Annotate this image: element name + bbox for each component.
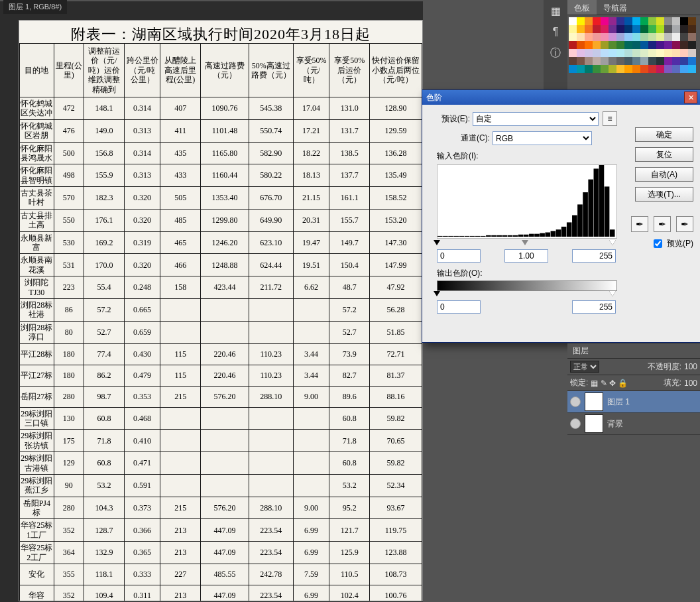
swatch[interactable]	[656, 41, 664, 49]
swatch[interactable]	[624, 33, 632, 41]
preset-select[interactable]: 自定	[473, 112, 599, 126]
swatch[interactable]	[632, 17, 640, 25]
swatch[interactable]	[577, 41, 585, 49]
swatch[interactable]	[688, 65, 696, 73]
swatch[interactable]	[601, 65, 609, 73]
swatch[interactable]	[680, 25, 688, 33]
swatch[interactable]	[616, 65, 624, 73]
swatch[interactable]	[601, 33, 609, 41]
swatch[interactable]	[624, 65, 632, 73]
preset-menu-icon[interactable]: ≡	[603, 111, 617, 126]
swatch[interactable]	[609, 25, 616, 33]
swatch[interactable]	[688, 57, 696, 65]
swatch[interactable]	[664, 41, 672, 49]
swatch[interactable]	[585, 17, 593, 25]
swatch[interactable]	[585, 25, 593, 33]
swatch[interactable]	[648, 33, 656, 41]
swatch[interactable]	[624, 57, 632, 65]
swatch[interactable]	[640, 25, 648, 33]
swatch[interactable]	[656, 49, 664, 57]
dialog-titlebar[interactable]: 色阶 ✕	[422, 90, 700, 105]
swatch[interactable]	[601, 17, 609, 25]
swatch[interactable]	[585, 33, 593, 41]
visibility-icon[interactable]	[570, 396, 581, 407]
swatch[interactable]	[577, 17, 585, 25]
swatch[interactable]	[664, 33, 672, 41]
swatch[interactable]	[585, 49, 593, 57]
eyedropper-black-icon[interactable]: ✒	[631, 216, 648, 232]
swatch[interactable]	[585, 41, 593, 49]
reset-button[interactable]: 复位	[635, 147, 693, 162]
swatch[interactable]	[616, 57, 624, 65]
swatch[interactable]	[656, 65, 664, 73]
swatch[interactable]	[585, 65, 593, 73]
options-button[interactable]: 选项(T)...	[635, 187, 693, 202]
swatch[interactable]	[601, 57, 609, 65]
black-point-handle[interactable]	[434, 240, 440, 245]
swatch[interactable]	[569, 49, 577, 57]
rail-text-icon[interactable]: ¶	[544, 21, 567, 42]
swatch[interactable]	[664, 25, 672, 33]
swatch[interactable]	[577, 65, 585, 73]
opacity-value[interactable]: 100	[684, 362, 697, 371]
eyedropper-white-icon[interactable]: ✒	[676, 216, 693, 232]
lock-icons[interactable]: ▦ ✎ ✥ 🔒	[591, 379, 628, 388]
swatch[interactable]	[593, 17, 601, 25]
gamma-handle[interactable]	[522, 240, 528, 245]
swatch[interactable]	[624, 17, 632, 25]
channel-select[interactable]: RGB	[493, 131, 592, 145]
swatch[interactable]	[664, 65, 672, 73]
swatch[interactable]	[688, 41, 696, 49]
swatch[interactable]	[680, 65, 688, 73]
swatch[interactable]	[569, 25, 577, 33]
swatch[interactable]	[664, 57, 672, 65]
swatch[interactable]	[640, 49, 648, 57]
swatch[interactable]	[593, 65, 601, 73]
swatch[interactable]	[577, 57, 585, 65]
ok-button[interactable]: 确定	[635, 127, 693, 142]
input-black-field[interactable]	[437, 249, 481, 263]
swatch[interactable]	[656, 33, 664, 41]
swatch[interactable]	[616, 33, 624, 41]
swatch[interactable]	[680, 49, 688, 57]
input-white-field[interactable]	[572, 249, 616, 263]
swatch[interactable]	[569, 65, 577, 73]
swatch[interactable]	[648, 17, 656, 25]
swatch[interactable]	[616, 17, 624, 25]
swatch[interactable]	[632, 25, 640, 33]
input-slider[interactable]	[437, 240, 616, 248]
swatch[interactable]	[648, 25, 656, 33]
swatch[interactable]	[624, 49, 632, 57]
swatch-grid[interactable]	[567, 15, 700, 73]
swatch[interactable]	[640, 33, 648, 41]
swatch[interactable]	[577, 33, 585, 41]
input-gamma-field[interactable]	[504, 249, 548, 263]
swatch[interactable]	[640, 41, 648, 49]
swatch[interactable]	[672, 33, 680, 41]
swatch[interactable]	[593, 49, 601, 57]
swatch[interactable]	[664, 49, 672, 57]
swatch[interactable]	[593, 33, 601, 41]
swatch[interactable]	[672, 65, 680, 73]
preview-checkbox[interactable]	[654, 239, 662, 248]
swatch[interactable]	[616, 25, 624, 33]
swatch[interactable]	[680, 57, 688, 65]
swatch[interactable]	[680, 41, 688, 49]
swatch[interactable]	[577, 49, 585, 57]
swatch[interactable]	[632, 33, 640, 41]
swatch[interactable]	[688, 33, 696, 41]
swatch[interactable]	[640, 57, 648, 65]
out-black-handle[interactable]	[434, 291, 440, 296]
swatch[interactable]	[593, 25, 601, 33]
swatch[interactable]	[672, 49, 680, 57]
swatch[interactable]	[624, 25, 632, 33]
rail-swatch-icon[interactable]: ▦	[544, 0, 567, 21]
swatch[interactable]	[680, 17, 688, 25]
swatch[interactable]	[656, 57, 664, 65]
swatch[interactable]	[672, 41, 680, 49]
swatch[interactable]	[569, 57, 577, 65]
document-page[interactable]: 附表一：湖南区域执行时间2020年3月18日起 目的地里程(公里)调整前运价（元…	[19, 20, 423, 601]
swatch[interactable]	[593, 57, 601, 65]
swatch[interactable]	[648, 49, 656, 57]
swatch[interactable]	[601, 25, 609, 33]
